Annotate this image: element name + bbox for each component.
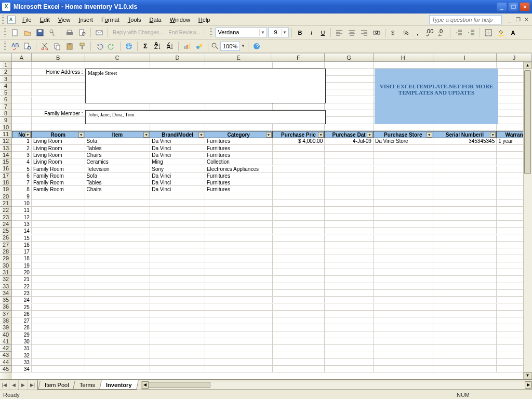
cell[interactable] — [273, 186, 325, 193]
cell[interactable]: 29 — [12, 331, 32, 338]
cell[interactable] — [273, 207, 325, 214]
cell[interactable] — [32, 255, 85, 262]
cell[interactable] — [325, 145, 374, 152]
cell[interactable] — [205, 311, 273, 317]
cell[interactable] — [325, 338, 374, 345]
cell[interactable]: Ceramics — [85, 158, 151, 165]
cell[interactable] — [273, 331, 325, 338]
cell[interactable] — [325, 62, 374, 69]
cell[interactable] — [32, 283, 85, 290]
cell[interactable] — [433, 352, 497, 359]
cell[interactable] — [325, 269, 374, 276]
cell[interactable] — [150, 207, 205, 214]
cell[interactable] — [85, 366, 151, 373]
percent-button[interactable]: % — [401, 28, 411, 38]
cell[interactable]: Da Vinci — [150, 186, 205, 193]
cell[interactable]: Television — [85, 166, 151, 172]
cell[interactable] — [273, 255, 325, 262]
cell[interactable] — [32, 317, 85, 324]
cell[interactable] — [325, 124, 374, 131]
merge-center-button[interactable]: a — [371, 28, 382, 38]
cell[interactable] — [325, 97, 374, 103]
row-header[interactable]: 14 — [0, 152, 12, 158]
cell[interactable] — [325, 317, 374, 324]
cell[interactable] — [374, 207, 433, 214]
row-header[interactable]: 13 — [0, 145, 12, 152]
filter-button[interactable]: ▼ — [367, 132, 373, 138]
cell[interactable] — [273, 166, 325, 172]
column-header[interactable]: H — [374, 54, 433, 61]
cell[interactable] — [325, 89, 374, 96]
sort-desc-button[interactable]: ZA — [164, 41, 176, 51]
cell[interactable] — [273, 214, 325, 221]
font-size-selector[interactable]: 9▼ — [268, 28, 289, 37]
cell[interactable] — [325, 276, 374, 283]
filter-button[interactable]: ▼ — [143, 132, 149, 138]
cell[interactable] — [150, 331, 205, 338]
decrease-decimal-button[interactable]: .0 — [436, 28, 447, 38]
cell[interactable]: 30 — [12, 338, 32, 345]
cell[interactable] — [433, 62, 497, 69]
cell[interactable] — [325, 152, 374, 158]
cell[interactable] — [433, 166, 497, 172]
help-search-input[interactable] — [429, 15, 502, 24]
font-name-selector[interactable]: Verdana▼ — [215, 28, 267, 37]
row-header[interactable]: 37 — [0, 311, 12, 317]
row-header[interactable]: 35 — [0, 297, 12, 303]
sheet-tab-item-pool[interactable]: Item Pool — [38, 381, 75, 390]
cell[interactable] — [325, 103, 374, 110]
cell[interactable]: 14 — [12, 228, 32, 234]
cell[interactable] — [433, 255, 497, 262]
cell[interactable] — [205, 103, 273, 110]
cell[interactable] — [85, 248, 151, 255]
table-header-no[interactable]: No▼ — [12, 131, 32, 138]
cell[interactable] — [433, 179, 497, 186]
cell[interactable] — [433, 366, 497, 373]
cell[interactable] — [374, 221, 433, 228]
scroll-thumb[interactable] — [524, 70, 531, 174]
cell[interactable] — [205, 200, 273, 207]
cell[interactable] — [433, 248, 497, 255]
cell[interactable] — [374, 331, 433, 338]
sheet-canvas[interactable]: Home Address :Family Member :No▼Room▼Ite… — [12, 62, 532, 379]
cell[interactable] — [32, 200, 85, 207]
grip-icon[interactable] — [4, 28, 6, 37]
address-input[interactable]: Mapple Street — [85, 69, 326, 103]
cell[interactable]: 28 — [12, 324, 32, 331]
cell[interactable] — [205, 366, 273, 373]
cell[interactable] — [433, 290, 497, 297]
column-header[interactable]: I — [433, 54, 497, 61]
cell[interactable]: Furnitures — [205, 145, 273, 152]
print-button[interactable] — [64, 28, 75, 38]
cell[interactable] — [205, 242, 273, 248]
row-header[interactable]: 16 — [0, 165, 12, 172]
row-headers[interactable]: 1234567891011121314151617181920212223242… — [0, 62, 12, 379]
cell[interactable] — [32, 103, 85, 110]
cell[interactable] — [273, 124, 325, 131]
cell[interactable] — [433, 331, 497, 338]
cell[interactable] — [325, 242, 374, 248]
doc-restore-button[interactable]: ❐ — [514, 16, 522, 23]
cell[interactable] — [374, 283, 433, 290]
increase-decimal-button[interactable]: .00 — [423, 28, 435, 38]
cell[interactable] — [205, 262, 273, 269]
cell[interactable] — [325, 228, 374, 234]
cell[interactable]: Sony — [150, 166, 205, 172]
row-header[interactable]: 32 — [0, 276, 12, 283]
cell[interactable] — [273, 103, 325, 110]
row-header[interactable]: 36 — [0, 303, 12, 310]
open-button[interactable] — [22, 28, 33, 38]
cell[interactable] — [32, 269, 85, 276]
cell[interactable] — [32, 117, 85, 124]
cell[interactable]: 5 — [12, 166, 32, 172]
cell[interactable] — [325, 290, 374, 297]
grip-icon[interactable] — [2, 16, 4, 24]
cell[interactable]: Da Vinci — [150, 172, 205, 179]
column-header[interactable]: G — [325, 54, 374, 61]
cell[interactable] — [150, 200, 205, 207]
row-header[interactable]: 1 — [0, 62, 12, 69]
cell[interactable] — [273, 221, 325, 228]
cell[interactable]: 32 — [12, 352, 32, 359]
table-header-item[interactable]: Item▼ — [85, 131, 151, 138]
cell[interactable] — [433, 324, 497, 331]
